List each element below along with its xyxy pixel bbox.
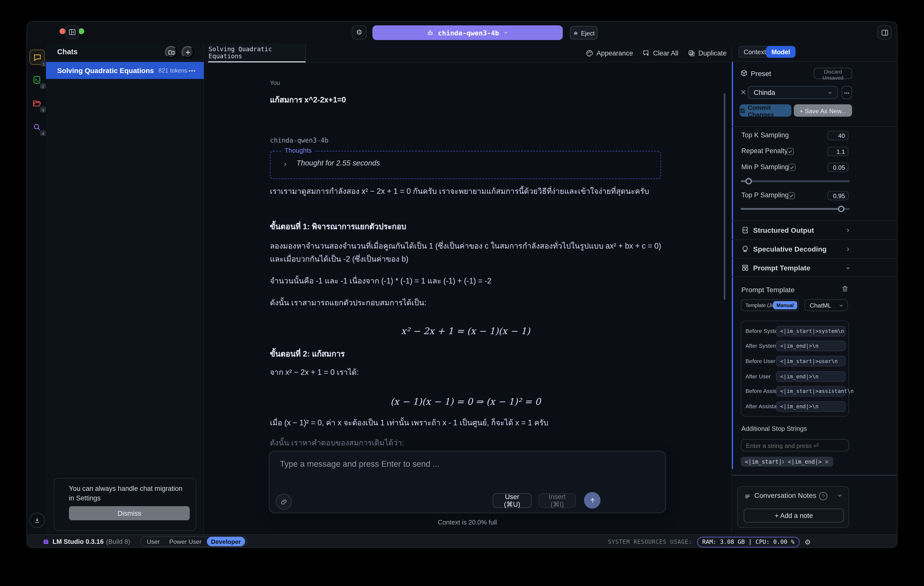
- discard-unsaved-button[interactable]: Discard Unsaved: [814, 68, 852, 79]
- rail-discover-tab[interactable]: 4: [30, 119, 43, 134]
- help-icon[interactable]: ?: [819, 492, 827, 500]
- min-p-input[interactable]: 0.05: [827, 163, 848, 172]
- speculative-decoding-section[interactable]: Speculative Decoding: [732, 240, 898, 258]
- repeat-penalty-checkbox[interactable]: [787, 148, 794, 155]
- preset-select[interactable]: Chinda: [748, 86, 838, 99]
- new-chat-button[interactable]: [182, 46, 194, 58]
- repeat-penalty-input[interactable]: 1.1: [827, 147, 848, 156]
- dismiss-button[interactable]: Dismiss: [69, 506, 190, 520]
- assistant-role-label: chinda-qwen3-4b: [270, 137, 328, 144]
- close-window-button[interactable]: [59, 28, 65, 34]
- duplicate-button[interactable]: Duplicate: [688, 49, 727, 57]
- assistant-paragraph: จำนวนนั้นคือ -1 และ -1 เนื่องจาก (-1) * …: [270, 275, 661, 287]
- new-folder-button[interactable]: [165, 46, 177, 58]
- close-preset-icon[interactable]: [740, 89, 747, 96]
- chat-list-item-selected[interactable]: Solving Quadratic Equations 821 tokens •…: [46, 62, 204, 79]
- assistant-paragraph: ลองมองหาจำนวนสองจำนวนที่เมื่อคูณกันได้เป…: [270, 240, 661, 265]
- after-system-input[interactable]: <|im_end|>\n: [776, 341, 846, 351]
- tab-label: Solving Quadratic Equations: [209, 45, 305, 59]
- top-p-checkbox[interactable]: [788, 192, 795, 199]
- rail-my-models-tab[interactable]: 3: [30, 96, 43, 110]
- before-system-input[interactable]: <|im_start|>system\n: [776, 326, 846, 337]
- chat-item-menu-button[interactable]: •••: [188, 68, 196, 73]
- zoom-window-button[interactable]: [78, 28, 84, 34]
- toggle-left-sidebar-button[interactable]: [66, 25, 79, 39]
- migration-notice-card: You can always handle chat migration in …: [54, 478, 196, 531]
- before-user-input[interactable]: <|im_start|>user\n: [776, 356, 846, 366]
- chat-main-area: Solving Quadratic Equations Appearance C…: [204, 44, 731, 535]
- mode-user[interactable]: User: [143, 537, 164, 546]
- top-k-input[interactable]: 40: [827, 131, 848, 140]
- chevron-down-icon[interactable]: [837, 493, 843, 499]
- chat-settings-gear-button[interactable]: ⚙: [352, 25, 366, 40]
- clear-all-button[interactable]: Clear All: [642, 49, 678, 57]
- duplicate-icon: [688, 49, 696, 57]
- template-manual-option[interactable]: Manual: [773, 301, 797, 309]
- min-p-slider-track[interactable]: [741, 180, 850, 182]
- role-user-button[interactable]: User (⌘U): [493, 493, 531, 508]
- chat-item-token-count: 821 tokens: [158, 67, 187, 74]
- sidebar-divider: [46, 60, 204, 61]
- trash-icon[interactable]: [842, 285, 848, 292]
- mode-power-user[interactable]: Power User: [165, 537, 206, 546]
- after-user-input[interactable]: <|im_end|>\n: [776, 371, 846, 382]
- model-selector[interactable]: chinda-qwen3-4b: [372, 25, 563, 40]
- duplicate-label: Duplicate: [698, 50, 727, 56]
- chevron-down-icon: [827, 90, 833, 95]
- preset-select-value: Chinda: [754, 89, 776, 96]
- chat-scrollbar[interactable]: [724, 93, 725, 300]
- conversation-notes-title: Conversation Notes: [754, 491, 816, 500]
- math-equation: x² − 2x + 1 = (x − 1)(x − 1): [270, 325, 661, 338]
- stop-strings-input[interactable]: [741, 439, 849, 451]
- commit-changes-button[interactable]: Commit Changes: [739, 104, 792, 117]
- mode-developer[interactable]: Developer: [207, 537, 245, 546]
- min-p-slider-thumb[interactable]: [746, 178, 752, 185]
- chevron-right-icon: [845, 246, 851, 252]
- prompt-template-section-label: Prompt Template: [753, 264, 810, 272]
- preset-menu-button[interactable]: •••: [842, 86, 852, 99]
- folder-plus-icon: [168, 49, 175, 56]
- structured-output-section[interactable]: Structured Output: [732, 221, 898, 239]
- structured-output-label: Structured Output: [753, 226, 814, 234]
- app-build: (Build 8): [106, 538, 130, 545]
- download-icon: [34, 517, 41, 524]
- panel-right-icon: [881, 29, 889, 36]
- tab-model[interactable]: Model: [766, 46, 795, 58]
- gear-icon[interactable]: ⚙: [805, 538, 811, 546]
- rail-developer-badge: 2: [40, 83, 46, 89]
- stop-string-chip-value: <|im_start|>: [745, 459, 785, 465]
- stop-string-chip-value: <|im_end|>: [788, 459, 822, 465]
- remove-chip-icon[interactable]: [825, 459, 829, 464]
- tab-solving-quadratic-equations[interactable]: Solving Quadratic Equations: [208, 44, 306, 63]
- eject-model-button[interactable]: Eject: [570, 26, 597, 40]
- top-p-slider-track[interactable]: [741, 208, 850, 210]
- insert-message-button[interactable]: Insert (⌘I): [539, 493, 576, 508]
- before-assistant-input[interactable]: <|im_start|>assistant\n: [776, 386, 846, 396]
- assistant-heading: ขั้นตอนที่ 1: พิจารณาการแยกตัวประกอบ: [270, 220, 661, 233]
- status-bar: LM Studio 0.3.16 (Build 8) User Power Us…: [27, 535, 898, 548]
- send-button[interactable]: [584, 492, 601, 508]
- chevron-down-icon: [839, 302, 844, 308]
- chevron-down-icon: [503, 30, 508, 35]
- toggle-right-sidebar-button[interactable]: [878, 25, 892, 40]
- add-note-button[interactable]: + Add a note: [744, 508, 844, 522]
- top-p-input[interactable]: 0.95: [827, 191, 848, 200]
- after-assistant-input[interactable]: <|im_end|>\n: [776, 401, 846, 412]
- min-p-checkbox[interactable]: [789, 164, 795, 171]
- save-as-new-button[interactable]: + Save As New...: [794, 104, 852, 117]
- preset-label: Preset: [751, 69, 771, 78]
- rail-chat-tab[interactable]: 1: [30, 50, 45, 65]
- template-format-select[interactable]: ChatML: [805, 299, 848, 311]
- terminal-icon: [32, 75, 41, 84]
- prompt-template-section[interactable]: Prompt Template: [732, 259, 898, 277]
- top-p-slider-thumb[interactable]: [838, 206, 845, 212]
- appearance-button[interactable]: Appearance: [586, 49, 633, 57]
- downloads-button[interactable]: [30, 513, 45, 528]
- attach-file-button[interactable]: [276, 494, 292, 510]
- appearance-label: Appearance: [597, 50, 633, 56]
- rail-developer-tab[interactable]: 2: [30, 73, 43, 87]
- sidebar-title: Chats: [57, 48, 78, 56]
- desktop: ⚙ chinda-qwen3-4b Eject 1 2 3: [0, 0, 924, 586]
- message-composer[interactable]: Type a message and press Enter to send .…: [269, 451, 666, 513]
- thoughts-block[interactable]: Thoughts Thought for 2.55 seconds: [270, 151, 661, 179]
